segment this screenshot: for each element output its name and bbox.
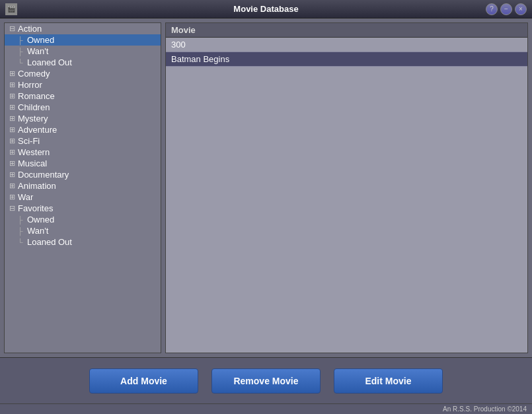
connector-icon: ├: [18, 227, 27, 235]
help-button[interactable]: ?: [486, 3, 498, 15]
expand-favorites-icon[interactable]: [7, 204, 17, 213]
remove-movie-button[interactable]: Remove Movie: [211, 368, 321, 394]
footer: An R.S.S. Production ©2014: [0, 403, 532, 414]
connector-icon: └: [18, 238, 27, 246]
tree-label-horror: Horror: [18, 80, 42, 90]
main-content: Action ├ Owned ├ Wan't └ Loaned Out Come…: [0, 18, 532, 357]
expand-horror-icon[interactable]: [7, 81, 17, 90]
expand-action-icon[interactable]: [7, 24, 17, 34]
tree-label-children: Children: [18, 102, 50, 112]
titlebar: 🎬 Movie Database ? − ×: [0, 0, 532, 18]
tree-label-western: Western: [18, 147, 50, 157]
tree-label-action-loaned: Loaned Out: [27, 57, 72, 67]
tree-item-comedy[interactable]: Comedy: [5, 68, 161, 79]
category-tree[interactable]: Action ├ Owned ├ Wan't └ Loaned Out Come…: [4, 22, 161, 353]
tree-label-mystery: Mystery: [18, 114, 48, 123]
tree-item-war[interactable]: War: [5, 191, 161, 203]
tree-item-romance[interactable]: Romance: [5, 90, 161, 102]
movie-column-header: Movie: [166, 23, 527, 38]
tree-label-comedy: Comedy: [18, 69, 50, 79]
tree-item-adventure[interactable]: Adventure: [5, 124, 161, 135]
tree-item-favorites-loaned[interactable]: └ Loaned Out: [5, 236, 161, 248]
tree-label-war: War: [18, 192, 33, 202]
expand-war-icon[interactable]: [7, 193, 17, 202]
movie-item-batman-begins[interactable]: Batman Begins: [166, 52, 527, 67]
footer-text: An R.S.S. Production ©2014: [443, 405, 527, 413]
tree-label-romance: Romance: [18, 91, 55, 101]
connector-icon: ├: [18, 216, 27, 224]
tree-item-action[interactable]: Action: [5, 23, 161, 34]
tree-label-favorites-owned: Owned: [27, 215, 54, 224]
connector-icon: ├: [18, 36, 27, 44]
close-button[interactable]: ×: [515, 3, 527, 15]
expand-animation-icon[interactable]: [7, 182, 17, 191]
tree-item-documentary[interactable]: Documentary: [5, 169, 161, 180]
tree-item-children[interactable]: Children: [5, 102, 161, 113]
tree-label-favorites-loaned: Loaned Out: [27, 237, 72, 247]
expand-adventure-icon[interactable]: [7, 125, 17, 135]
expand-romance-icon[interactable]: [7, 92, 17, 101]
tree-item-animation[interactable]: Animation: [5, 180, 161, 191]
expand-scifi-icon[interactable]: [7, 137, 17, 146]
tree-label-adventure: Adventure: [18, 125, 57, 135]
tree-item-sci-fi[interactable]: Sci-Fi: [5, 135, 161, 147]
expand-musical-icon[interactable]: [7, 159, 17, 168]
connector-icon: ├: [18, 48, 27, 55]
tree-item-action-owned[interactable]: ├ Owned: [5, 34, 161, 46]
tree-label-favorites-want: Wan't: [27, 226, 48, 236]
tree-label-musical: Musical: [18, 158, 47, 168]
add-movie-button[interactable]: Add Movie: [89, 368, 198, 394]
tree-item-western[interactable]: Western: [5, 147, 161, 158]
connector-icon: └: [18, 59, 27, 67]
minimize-button[interactable]: −: [500, 3, 512, 15]
tree-item-mystery[interactable]: Mystery: [5, 113, 161, 124]
expand-documentary-icon[interactable]: [7, 170, 17, 180]
tree-item-favorites[interactable]: Favorites: [5, 203, 161, 214]
bottom-bar: Add Movie Remove Movie Edit Movie: [0, 357, 532, 403]
movie-panel: Movie 300 Batman Begins: [165, 22, 528, 353]
app-icon: 🎬: [5, 3, 17, 15]
tree-item-musical[interactable]: Musical: [5, 158, 161, 169]
edit-movie-button[interactable]: Edit Movie: [334, 368, 443, 394]
expand-mystery-icon[interactable]: [7, 114, 17, 123]
tree-item-action-loaned[interactable]: └ Loaned Out: [5, 57, 161, 68]
expand-comedy-icon[interactable]: [7, 69, 17, 79]
expand-western-icon[interactable]: [7, 148, 17, 157]
tree-label-action-want: Wan't: [27, 46, 48, 56]
tree-item-action-want[interactable]: ├ Wan't: [5, 46, 161, 57]
movie-list[interactable]: 300 Batman Begins: [166, 38, 527, 353]
tree-label-action-owned: Owned: [27, 35, 54, 45]
movie-item-300[interactable]: 300: [166, 38, 527, 52]
tree-item-favorites-want[interactable]: ├ Wan't: [5, 225, 161, 236]
tree-label-action: Action: [18, 24, 42, 34]
tree-label-sci-fi: Sci-Fi: [18, 136, 40, 146]
expand-children-icon[interactable]: [7, 103, 17, 112]
tree-label-favorites: Favorites: [18, 203, 53, 213]
tree-item-favorites-owned[interactable]: ├ Owned: [5, 214, 161, 225]
tree-label-documentary: Documentary: [18, 170, 69, 180]
tree-item-horror[interactable]: Horror: [5, 79, 161, 90]
tree-label-animation: Animation: [18, 181, 56, 191]
window-controls[interactable]: ? − ×: [486, 3, 527, 15]
window-title: Movie Database: [233, 4, 298, 14]
